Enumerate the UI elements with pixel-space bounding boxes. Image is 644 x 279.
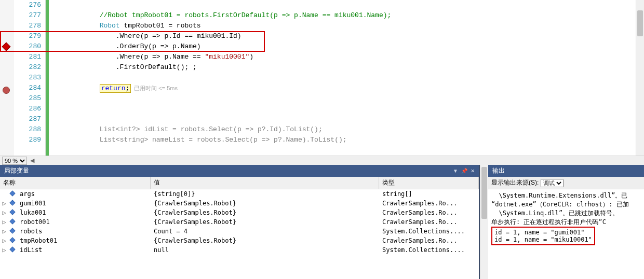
code-line[interactable]: Robot tmpRobot01 = robots: [46, 21, 636, 31]
variable-icon: [8, 236, 17, 245]
line-number: 281: [14, 52, 41, 62]
locals-row[interactable]: ▷luka001{CrawlerSamples.Robot}CrawlerSam…: [0, 208, 479, 217]
code-line[interactable]: return;已用时间 <= 5ms: [46, 83, 636, 93]
var-name: idList: [17, 245, 151, 255]
variable-icon: [8, 245, 17, 255]
line-number-margin: 2762772782792802812822832842852862872882…: [14, 0, 45, 156]
output-panel-header[interactable]: 输出: [488, 165, 644, 177]
output-panel-title: 输出: [492, 166, 505, 175]
locals-row[interactable]: args{string[0]}string[]: [0, 189, 479, 199]
line-number: 287: [14, 114, 41, 124]
line-number: 283: [14, 73, 41, 83]
var-name: robots: [17, 227, 151, 236]
var-name: gumi001: [17, 199, 151, 208]
expand-icon[interactable]: ▷: [0, 217, 8, 227]
expand-icon[interactable]: [0, 189, 8, 199]
locals-panel-header[interactable]: 局部变量 ▼ 📌 ✕: [0, 165, 479, 177]
code-line[interactable]: [46, 93, 636, 104]
code-line[interactable]: [46, 73, 636, 83]
var-name: args: [17, 189, 151, 199]
line-number: 288: [14, 124, 41, 135]
locals-row[interactable]: ▷robot001{CrawlerSamples.Robot}CrawlerSa…: [0, 217, 479, 227]
code-line[interactable]: .OrderBy(p => p.Name): [46, 41, 636, 52]
var-value: null: [151, 245, 379, 255]
var-name: tmpRobot01: [17, 236, 151, 245]
line-number: 278: [14, 21, 41, 31]
output-source-label: 显示输出来源(S):: [491, 178, 539, 187]
line-number: 282: [14, 62, 41, 73]
var-type: System.Collections....: [379, 245, 479, 255]
locals-panel: 局部变量 ▼ 📌 ✕ 名称 值 类型 args{string[0]}string…: [0, 165, 480, 279]
output-content[interactable]: \System.Runtime.Extensions.dll”。已 “dotne…: [488, 189, 644, 279]
expand-icon[interactable]: ▷: [0, 245, 8, 255]
editor-scrollbar[interactable]: [636, 0, 644, 156]
var-name: luka001: [17, 208, 151, 217]
code-line[interactable]: .Where(p => p.Id == miku001.Id): [46, 31, 636, 41]
code-content[interactable]: //Robot tmpRobot01 = robots.FirstOrDefau…: [46, 0, 636, 156]
locals-row[interactable]: ▷tmpRobot01{CrawlerSamples.Robot}Crawler…: [0, 236, 479, 245]
var-value: {CrawlerSamples.Robot}: [151, 217, 379, 227]
locals-panel-title: 局部变量: [4, 166, 29, 175]
var-name: robot001: [17, 217, 151, 227]
code-line[interactable]: List<string> nameList = robots.Select(p …: [46, 135, 636, 145]
code-line[interactable]: [46, 0, 636, 10]
line-number: 280: [14, 41, 41, 52]
output-toolbar: 显示输出来源(S): 调试: [488, 177, 644, 189]
expand-icon[interactable]: ▷: [0, 236, 8, 245]
var-type: CrawlerSamples.Ro...: [379, 208, 479, 217]
line-number: 286: [14, 104, 41, 114]
locals-table: 名称 值 类型 args{string[0]}string[]▷gumi001{…: [0, 177, 479, 279]
expand-icon[interactable]: ▷: [0, 208, 8, 217]
zoom-select[interactable]: 90 %: [2, 157, 27, 165]
variable-icon: [8, 227, 17, 236]
locals-row[interactable]: ▷idListnullSystem.Collections....: [0, 245, 479, 255]
breakpoint-margin[interactable]: [0, 0, 14, 156]
var-value: {CrawlerSamples.Robot}: [151, 236, 379, 245]
locals-row[interactable]: ▷robotsCount = 4System.Collections....: [0, 227, 479, 236]
var-value: {string[0]}: [151, 189, 379, 199]
line-number: 285: [14, 93, 41, 104]
code-line[interactable]: .Where(p => p.Name == "miku10001"): [46, 52, 636, 62]
output-panel: 输出 显示输出来源(S): 调试 \System.Runtime.Extensi…: [488, 165, 644, 279]
var-value: {CrawlerSamples.Robot}: [151, 199, 379, 208]
locals-header-type[interactable]: 类型: [379, 177, 479, 189]
line-number: 276: [14, 0, 41, 10]
var-type: CrawlerSamples.Ro...: [379, 236, 479, 245]
variable-icon: [8, 217, 17, 227]
var-value: {CrawlerSamples.Robot}: [151, 208, 379, 217]
line-number: 289: [14, 135, 41, 145]
locals-header-name[interactable]: 名称: [0, 177, 151, 189]
locals-row[interactable]: ▷gumi001{CrawlerSamples.Robot}CrawlerSam…: [0, 199, 479, 208]
pin-icon[interactable]: 📌: [461, 168, 467, 174]
close-icon[interactable]: ✕: [471, 168, 475, 174]
code-line[interactable]: List<int?> idList = robots.Select(p => p…: [46, 124, 636, 135]
output-highlight-box: id = 1, name = "gumi001" id = 1, name = …: [491, 227, 595, 245]
variable-icon: [8, 199, 17, 208]
locals-header-value[interactable]: 值: [151, 177, 379, 189]
line-number: 277: [14, 10, 41, 21]
change-indicator: [46, 0, 49, 156]
var-type: CrawlerSamples.Ro...: [379, 199, 479, 208]
zoom-bar: 90 % ◀: [0, 156, 644, 165]
expand-icon[interactable]: ▷: [0, 227, 8, 236]
current-statement-icon[interactable]: [3, 87, 10, 94]
locals-scrollbar[interactable]: [480, 165, 488, 279]
breakpoint-icon[interactable]: [2, 43, 11, 51]
code-line[interactable]: [46, 104, 636, 114]
var-type: string[]: [379, 189, 479, 199]
expand-icon[interactable]: ▷: [0, 199, 8, 208]
var-value: Count = 4: [151, 227, 379, 236]
output-source-select[interactable]: 调试: [541, 179, 564, 187]
code-line[interactable]: .FirstOrDefault(); ;: [46, 62, 636, 73]
chevron-left-icon[interactable]: ◀: [30, 157, 34, 164]
line-number: 284: [14, 83, 41, 93]
dropdown-icon[interactable]: ▼: [453, 168, 458, 174]
var-type: System.Collections....: [379, 227, 479, 236]
code-line[interactable]: [46, 114, 636, 124]
line-number: 279: [14, 31, 41, 41]
code-line[interactable]: //Robot tmpRobot01 = robots.FirstOrDefau…: [46, 10, 636, 21]
variable-icon: [8, 189, 17, 199]
variable-icon: [8, 208, 17, 217]
code-editor[interactable]: 2762772782792802812822832842852862872882…: [0, 0, 644, 156]
var-type: CrawlerSamples.Ro...: [379, 217, 479, 227]
